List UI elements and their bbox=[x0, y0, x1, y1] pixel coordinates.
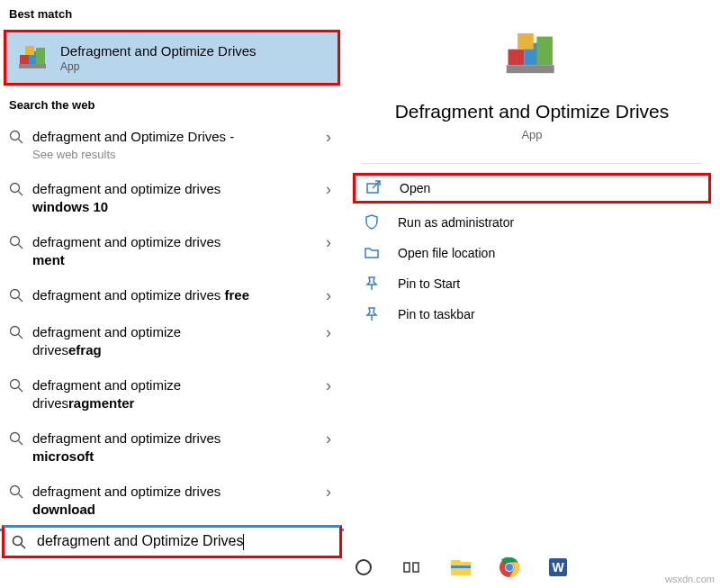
action-label: Pin to Start bbox=[398, 276, 460, 291]
svg-point-27 bbox=[14, 536, 22, 545]
svg-line-8 bbox=[19, 192, 23, 196]
svg-point-19 bbox=[11, 486, 20, 495]
chevron-right-icon: › bbox=[326, 483, 331, 502]
action-open[interactable]: Open bbox=[353, 173, 711, 204]
chevron-right-icon: › bbox=[326, 128, 331, 147]
action-label: Run as administrator bbox=[398, 215, 514, 230]
web-result-4[interactable]: defragment and optimizedrivesefrag› bbox=[0, 314, 344, 367]
svg-point-37 bbox=[506, 564, 513, 571]
svg-line-18 bbox=[19, 441, 23, 446]
svg-point-29 bbox=[356, 560, 371, 574]
web-result-5[interactable]: defragment and optimizedrivesragmenter› bbox=[0, 367, 344, 421]
web-result-1[interactable]: defragment and optimize driveswindows 10… bbox=[0, 171, 344, 224]
chevron-right-icon: › bbox=[326, 233, 331, 252]
svg-line-20 bbox=[19, 494, 23, 499]
svg-rect-24 bbox=[518, 33, 534, 50]
svg-point-5 bbox=[11, 131, 20, 140]
svg-rect-33 bbox=[451, 560, 460, 565]
svg-text:W: W bbox=[552, 560, 564, 574]
best-match-title: Defragment and Optimize Drives bbox=[60, 43, 327, 59]
chevron-right-icon: › bbox=[326, 286, 331, 305]
search-box[interactable]: defragment and Optimize Drives bbox=[2, 525, 342, 558]
web-header: Search the web bbox=[0, 91, 344, 119]
chrome-icon[interactable] bbox=[497, 555, 522, 580]
search-icon bbox=[9, 378, 27, 393]
action-pin-taskbar[interactable]: Pin to taskbar bbox=[351, 299, 713, 330]
web-result-6[interactable]: defragment and optimize drivesmicrosoft› bbox=[0, 421, 344, 474]
svg-rect-2 bbox=[36, 48, 45, 64]
svg-rect-3 bbox=[25, 46, 34, 55]
svg-rect-4 bbox=[19, 64, 46, 68]
svg-rect-23 bbox=[536, 37, 553, 66]
web-result-0[interactable]: defragment and Optimize Drives -See web … bbox=[0, 119, 344, 171]
action-run-admin[interactable]: Run as administrator bbox=[351, 207, 713, 238]
defrag-large-icon bbox=[503, 25, 561, 83]
taskbar: W bbox=[344, 547, 720, 588]
search-icon bbox=[9, 288, 27, 303]
svg-point-15 bbox=[11, 380, 20, 389]
action-file-loc[interactable]: Open file location bbox=[351, 238, 713, 268]
search-icon bbox=[9, 182, 27, 196]
chevron-right-icon: › bbox=[326, 376, 331, 395]
best-match-header: Best match bbox=[0, 0, 344, 28]
chevron-right-icon: › bbox=[326, 430, 331, 448]
search-icon bbox=[9, 325, 27, 339]
action-label: Open file location bbox=[398, 246, 495, 260]
divider bbox=[362, 163, 702, 164]
action-pin-start[interactable]: Pin to Start bbox=[351, 268, 713, 299]
svg-line-16 bbox=[19, 388, 23, 393]
svg-line-10 bbox=[19, 245, 23, 249]
search-icon bbox=[9, 235, 27, 249]
chevron-right-icon: › bbox=[326, 323, 331, 342]
folder-icon bbox=[364, 245, 385, 261]
task-view-icon[interactable] bbox=[400, 555, 425, 580]
svg-point-9 bbox=[11, 237, 20, 246]
action-label: Pin to taskbar bbox=[398, 307, 475, 321]
web-result-3[interactable]: defragment and optimize drives free› bbox=[0, 277, 344, 314]
svg-rect-21 bbox=[508, 50, 525, 66]
svg-rect-25 bbox=[507, 65, 554, 73]
web-result-7[interactable]: defragment and optimize drivesdownload› bbox=[0, 474, 344, 527]
svg-point-17 bbox=[11, 433, 20, 442]
detail-panel: Defragment and Optimize Drives App OpenR… bbox=[344, 0, 720, 558]
search-icon bbox=[9, 431, 27, 446]
file-explorer-icon[interactable] bbox=[448, 555, 473, 580]
cortana-icon[interactable] bbox=[351, 555, 376, 580]
word-icon[interactable]: W bbox=[545, 555, 571, 580]
svg-line-14 bbox=[19, 335, 23, 339]
search-icon bbox=[9, 130, 27, 144]
svg-point-7 bbox=[11, 184, 20, 193]
detail-title: Defragment and Optimize Drives bbox=[362, 101, 702, 122]
best-match-item[interactable]: Defragment and Optimize Drives App bbox=[4, 30, 340, 86]
open-icon bbox=[365, 180, 387, 196]
search-icon bbox=[9, 484, 27, 499]
watermark: wsxdn.com bbox=[665, 574, 715, 584]
svg-line-28 bbox=[22, 544, 26, 548]
pin-icon bbox=[364, 306, 385, 322]
best-match-subtitle: App bbox=[60, 60, 327, 73]
svg-line-12 bbox=[19, 298, 23, 303]
svg-rect-31 bbox=[413, 563, 418, 572]
svg-rect-30 bbox=[404, 563, 410, 572]
action-label: Open bbox=[400, 181, 430, 195]
chevron-right-icon: › bbox=[326, 180, 331, 199]
detail-subtitle: App bbox=[362, 128, 702, 141]
svg-point-11 bbox=[11, 290, 20, 299]
search-results-panel: Best match Defragment and Optimize Drive… bbox=[0, 0, 344, 558]
svg-rect-0 bbox=[20, 55, 29, 64]
defrag-app-icon bbox=[17, 41, 50, 74]
search-icon bbox=[12, 535, 32, 549]
search-input[interactable]: defragment and Optimize Drives bbox=[37, 533, 332, 550]
svg-rect-34 bbox=[451, 565, 471, 568]
svg-line-6 bbox=[19, 140, 23, 144]
pin-icon bbox=[364, 276, 385, 292]
web-result-2[interactable]: defragment and optimize drivesment› bbox=[0, 224, 344, 277]
svg-point-13 bbox=[11, 327, 20, 336]
shield-icon bbox=[364, 214, 385, 231]
